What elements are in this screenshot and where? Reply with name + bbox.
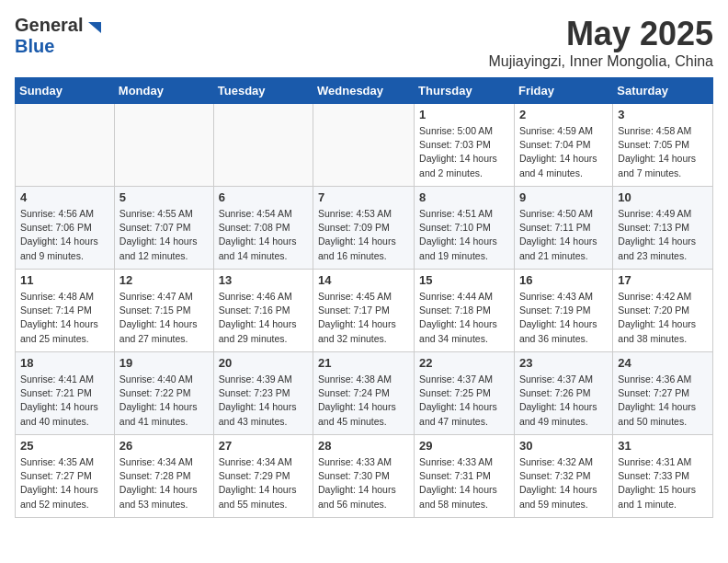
cell-week5-day5: 30Sunrise: 4:32 AM Sunset: 7:32 PM Dayli… [514,435,612,518]
logo-blue-text: Blue [15,36,54,56]
header-sunday: Sunday [16,78,115,104]
day-number: 22 [419,356,509,370]
title-area: May 2025 Mujiayingzi, Inner Mongolia, Ch… [488,15,713,70]
day-info: Sunrise: 4:38 AM Sunset: 7:24 PM Dayligh… [318,373,409,429]
cell-week5-day6: 31Sunrise: 4:31 AM Sunset: 7:33 PM Dayli… [613,435,713,518]
day-info: Sunrise: 4:39 AM Sunset: 7:23 PM Dayligh… [219,373,308,429]
day-number: 13 [219,273,308,287]
day-number: 9 [519,190,608,204]
week-row-3: 11Sunrise: 4:48 AM Sunset: 7:14 PM Dayli… [16,270,713,352]
cell-week1-day5: 2Sunrise: 4:59 AM Sunset: 7:04 PM Daylig… [514,104,612,187]
day-number: 8 [419,190,509,204]
week-row-4: 18Sunrise: 4:41 AM Sunset: 7:21 PM Dayli… [16,352,713,435]
day-info: Sunrise: 5:00 AM Sunset: 7:03 PM Dayligh… [419,124,509,180]
svg-marker-0 [88,22,101,33]
day-number: 2 [519,108,608,121]
day-number: 26 [119,439,209,453]
day-number: 10 [618,190,708,204]
cell-week3-day1: 12Sunrise: 4:47 AM Sunset: 7:15 PM Dayli… [114,270,213,352]
logo: General Blue [15,15,101,57]
day-info: Sunrise: 4:42 AM Sunset: 7:20 PM Dayligh… [618,290,708,346]
day-info: Sunrise: 4:32 AM Sunset: 7:32 PM Dayligh… [519,455,608,511]
cell-week2-day4: 8Sunrise: 4:51 AM Sunset: 7:10 PM Daylig… [415,187,515,270]
day-info: Sunrise: 4:51 AM Sunset: 7:10 PM Dayligh… [419,207,509,263]
day-info: Sunrise: 4:40 AM Sunset: 7:22 PM Dayligh… [119,373,209,429]
day-info: Sunrise: 4:37 AM Sunset: 7:26 PM Dayligh… [519,373,608,429]
day-info: Sunrise: 4:33 AM Sunset: 7:31 PM Dayligh… [419,455,509,511]
day-number: 12 [119,273,209,287]
day-number: 23 [519,356,608,370]
day-number: 17 [618,273,708,287]
day-number: 29 [419,439,509,453]
day-number: 3 [618,108,708,121]
day-info: Sunrise: 4:49 AM Sunset: 7:13 PM Dayligh… [618,207,708,263]
day-number: 16 [519,273,608,287]
day-number: 5 [119,190,209,204]
logo-triangle-icon [85,18,101,35]
cell-week1-day4: 1Sunrise: 5:00 AM Sunset: 7:03 PM Daylig… [415,104,515,187]
day-number: 7 [318,190,409,204]
cell-week1-day3 [313,104,415,187]
day-number: 28 [318,439,409,453]
weekday-header-row: Sunday Monday Tuesday Wednesday Thursday… [16,78,713,104]
cell-week4-day6: 24Sunrise: 4:36 AM Sunset: 7:27 PM Dayli… [613,352,713,435]
day-number: 4 [20,190,109,204]
cell-week3-day6: 17Sunrise: 4:42 AM Sunset: 7:20 PM Dayli… [613,270,713,352]
cell-week2-day5: 9Sunrise: 4:50 AM Sunset: 7:11 PM Daylig… [514,187,612,270]
header-friday: Friday [514,78,612,104]
day-number: 20 [219,356,308,370]
day-info: Sunrise: 4:59 AM Sunset: 7:04 PM Dayligh… [519,124,608,180]
day-info: Sunrise: 4:36 AM Sunset: 7:27 PM Dayligh… [618,373,708,429]
cell-week5-day4: 29Sunrise: 4:33 AM Sunset: 7:31 PM Dayli… [415,435,515,518]
week-row-5: 25Sunrise: 4:35 AM Sunset: 7:27 PM Dayli… [16,435,713,518]
day-number: 11 [20,273,109,287]
day-number: 1 [419,108,509,121]
day-info: Sunrise: 4:48 AM Sunset: 7:14 PM Dayligh… [20,290,109,346]
logo-general-text: General [15,15,83,36]
cell-week3-day4: 15Sunrise: 4:44 AM Sunset: 7:18 PM Dayli… [415,270,515,352]
header-tuesday: Tuesday [213,78,313,104]
cell-week4-day0: 18Sunrise: 4:41 AM Sunset: 7:21 PM Dayli… [16,352,115,435]
day-info: Sunrise: 4:44 AM Sunset: 7:18 PM Dayligh… [419,290,509,346]
calendar-table: Sunday Monday Tuesday Wednesday Thursday… [15,77,713,518]
cell-week2-day3: 7Sunrise: 4:53 AM Sunset: 7:09 PM Daylig… [313,187,415,270]
cell-week1-day1 [114,104,213,187]
cell-week2-day0: 4Sunrise: 4:56 AM Sunset: 7:06 PM Daylig… [16,187,115,270]
cell-week3-day0: 11Sunrise: 4:48 AM Sunset: 7:14 PM Dayli… [16,270,115,352]
calendar-title: May 2025 [488,15,713,53]
day-number: 18 [20,356,109,370]
day-info: Sunrise: 4:41 AM Sunset: 7:21 PM Dayligh… [20,373,109,429]
day-info: Sunrise: 4:43 AM Sunset: 7:19 PM Dayligh… [519,290,608,346]
header-thursday: Thursday [415,78,515,104]
cell-week2-day2: 6Sunrise: 4:54 AM Sunset: 7:08 PM Daylig… [213,187,313,270]
day-number: 30 [519,439,608,453]
day-info: Sunrise: 4:56 AM Sunset: 7:06 PM Dayligh… [20,207,109,263]
day-info: Sunrise: 4:55 AM Sunset: 7:07 PM Dayligh… [119,207,209,263]
day-info: Sunrise: 4:31 AM Sunset: 7:33 PM Dayligh… [618,455,708,511]
cell-week5-day0: 25Sunrise: 4:35 AM Sunset: 7:27 PM Dayli… [16,435,115,518]
day-number: 6 [219,190,308,204]
day-number: 31 [618,439,708,453]
cell-week4-day3: 21Sunrise: 4:38 AM Sunset: 7:24 PM Dayli… [313,352,415,435]
cell-week2-day6: 10Sunrise: 4:49 AM Sunset: 7:13 PM Dayli… [613,187,713,270]
day-number: 15 [419,273,509,287]
day-info: Sunrise: 4:47 AM Sunset: 7:15 PM Dayligh… [119,290,209,346]
cell-week3-day5: 16Sunrise: 4:43 AM Sunset: 7:19 PM Dayli… [514,270,612,352]
week-row-2: 4Sunrise: 4:56 AM Sunset: 7:06 PM Daylig… [16,187,713,270]
day-info: Sunrise: 4:50 AM Sunset: 7:11 PM Dayligh… [519,207,608,263]
day-number: 24 [618,356,708,370]
day-info: Sunrise: 4:37 AM Sunset: 7:25 PM Dayligh… [419,373,509,429]
cell-week1-day0 [16,104,115,187]
day-number: 19 [119,356,209,370]
cell-week5-day1: 26Sunrise: 4:34 AM Sunset: 7:28 PM Dayli… [114,435,213,518]
day-info: Sunrise: 4:46 AM Sunset: 7:16 PM Dayligh… [219,290,308,346]
cell-week1-day2 [213,104,313,187]
day-info: Sunrise: 4:45 AM Sunset: 7:17 PM Dayligh… [318,290,409,346]
day-info: Sunrise: 4:54 AM Sunset: 7:08 PM Dayligh… [219,207,308,263]
cell-week2-day1: 5Sunrise: 4:55 AM Sunset: 7:07 PM Daylig… [114,187,213,270]
cell-week4-day5: 23Sunrise: 4:37 AM Sunset: 7:26 PM Dayli… [514,352,612,435]
calendar-header: General Blue May 2025 Mujiayingzi, Inner… [15,15,713,70]
cell-week4-day2: 20Sunrise: 4:39 AM Sunset: 7:23 PM Dayli… [213,352,313,435]
day-number: 25 [20,439,109,453]
day-info: Sunrise: 4:33 AM Sunset: 7:30 PM Dayligh… [318,455,409,511]
